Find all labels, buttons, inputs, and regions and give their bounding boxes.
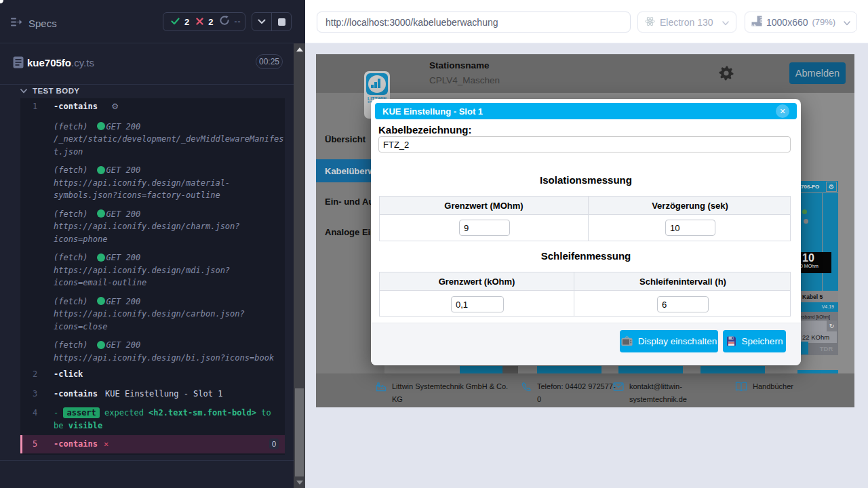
assert-command-row[interactable]: 4- assert expected <h2.text-sm.font-bold… <box>20 403 285 435</box>
measurement-unit: 0 MOhm <box>800 264 831 268</box>
viewport-zoom: (79%) <box>812 17 836 27</box>
email-text: kontakt@littwin-systemtechnik.de <box>629 380 704 406</box>
slot-gear-icon[interactable]: ⚙ <box>826 182 837 192</box>
band-input[interactable] <box>800 321 827 331</box>
fetch-url: https://api.iconify.design/bi.json?icons… <box>54 352 278 365</box>
fetch-url: symbols.json?icons=factory-outline <box>54 189 278 202</box>
cable-name-label: Kabelbezeichnung: <box>378 124 472 136</box>
fetch-label: (fetch) <box>54 209 88 219</box>
viewport-size: 1000x660 <box>766 17 808 28</box>
spec-extension: .cy.ts <box>71 57 94 68</box>
column-header: Grenzwert (MOhm) <box>380 197 588 215</box>
url-input[interactable]: http://localhost:3000/kabelueberwachung <box>317 12 631 33</box>
fetch-label: (fetch) <box>54 297 88 306</box>
phone-text: Telefon: 04402 972577-0 <box>537 380 617 406</box>
logout-button[interactable]: Abmelden <box>789 62 846 84</box>
modal-footer: Display einschalten Speichern <box>371 323 801 365</box>
triangle-down-icon <box>296 481 303 485</box>
scroll-down-button[interactable] <box>294 476 305 488</box>
fetch-log-entry[interactable]: (fetch)GET 200 https://api.iconify.desig… <box>20 339 285 364</box>
fetch-url: icons=close <box>54 321 278 333</box>
stop-icon <box>278 18 285 26</box>
fetch-log-entry[interactable]: (fetch)GET 200 https://api.iconify.desig… <box>20 296 285 333</box>
grenzwert-mohm-input[interactable]: 9 <box>459 220 510 236</box>
close-button[interactable]: ✕ <box>776 104 789 118</box>
fetch-log-entry[interactable]: (fetch)GET 200 https://api.iconify.desig… <box>20 208 285 246</box>
settings-gear-icon[interactable] <box>718 65 734 84</box>
test-stats[interactable]: 2 2 -- <box>163 12 245 31</box>
station-name: CPLV4_Maschen <box>429 75 500 85</box>
aut-toolbar: http://localhost:3000/kabelueberwachung … <box>305 0 868 43</box>
fetch-log-entry[interactable]: (fetch)GET 200 /_next/static/development… <box>20 121 285 159</box>
footer-manuals[interactable]: Handbücher <box>735 380 793 393</box>
collapse-button[interactable] <box>252 13 271 30</box>
isolation-table: Grenzwert (MOhm) Verzögerung (sek) 9 10 <box>379 196 791 241</box>
stop-button[interactable] <box>272 13 291 30</box>
test-body-label: TEST BODY <box>33 87 79 95</box>
spec-row[interactable]: kue705fo.cy.ts 00:25 <box>0 43 294 84</box>
column-header: Grenzwert (kOhm) <box>380 272 574 291</box>
grenzwert-kohm-input[interactable]: 0,1 <box>451 296 504 312</box>
command-row[interactable]: 1-contains ⚙ <box>20 98 285 115</box>
tv-icon <box>621 336 633 346</box>
fetch-log-entry[interactable]: (fetch)GET 200 https://api.iconify.desig… <box>20 164 285 202</box>
schleifen-heading: Schleifenmessung <box>371 250 801 262</box>
fetch-url: https://api.iconify.design/mdi.json? <box>54 264 278 277</box>
fetch-url: https://api.iconify.design/carbon.json? <box>54 308 278 321</box>
spec-timer-badge: 00:25 <box>256 54 283 69</box>
failed-command-row[interactable]: 5-contains✕ 0 <box>20 435 285 453</box>
fetch-method: GET 200 <box>106 122 141 131</box>
tdr-button[interactable]: TDR <box>816 342 837 354</box>
test-body-header[interactable]: TEST BODY <box>20 87 79 95</box>
status-dot-icon <box>97 122 105 130</box>
viewport-select[interactable]: 1000x660 (79%) <box>745 12 857 33</box>
scroll-up-button[interactable] <box>294 43 305 55</box>
match-count-badge: 0 <box>269 439 279 449</box>
fetch-url: https://api.iconify.design/material- <box>54 177 278 190</box>
fetch-label: (fetch) <box>54 165 88 175</box>
app-footer: Littwin Systemtechnik GmbH & Co. KG Tele… <box>316 373 854 407</box>
modal-header: KUE Einstellung - Slot 1 <box>375 103 797 119</box>
station-label: Stationsname <box>429 60 490 70</box>
fetch-method: GET 200 <box>106 340 141 350</box>
fetch-label: (fetch) <box>54 122 88 131</box>
save-label: Speichern <box>742 336 783 346</box>
specs-menu-button[interactable]: Specs <box>11 17 72 29</box>
app-viewport: Stationsname CPLV4_Maschen Abmelden LITT… <box>316 54 854 407</box>
refresh-icon[interactable]: ↻ <box>827 321 837 331</box>
command-row[interactable]: 2-click <box>20 365 285 384</box>
display-on-label: Display einschalten <box>638 336 717 346</box>
command-name: -click <box>54 369 83 379</box>
card-bottom-strip <box>701 366 765 373</box>
footer-company: Littwin Systemtechnik GmbH & Co. KG <box>376 380 513 406</box>
command-log: 1-contains ⚙ (fetch)GET 200 /_next/stati… <box>20 98 285 455</box>
green-status-dot <box>802 209 807 214</box>
reporter-scrollbar[interactable] <box>294 43 305 488</box>
save-button[interactable]: Speichern <box>723 330 786 352</box>
input-value: 0,1 <box>456 300 468 310</box>
status-dot-icon <box>97 209 105 218</box>
passed-count: 2 <box>184 17 189 27</box>
browser-select[interactable]: Electron 130 <box>637 12 736 33</box>
scrollbar-thumb[interactable] <box>295 388 304 476</box>
floppy-icon <box>726 336 736 346</box>
schleifenintervall-input[interactable]: 6 <box>657 296 709 312</box>
factory-icon <box>376 382 387 406</box>
aut-container: Stationsname CPLV4_Maschen Abmelden LITT… <box>305 43 868 488</box>
fetch-method: GET 200 <box>106 165 141 175</box>
verzoegerung-input[interactable]: 10 <box>665 220 715 236</box>
column-header: Verzögerung (sek) <box>589 197 791 215</box>
fetch-log-entry[interactable]: (fetch)GET 200 https://api.iconify.desig… <box>20 251 285 289</box>
cable-label: Kabel 5 <box>797 291 838 302</box>
display-on-button[interactable]: Display einschalten <box>620 330 718 352</box>
command-name: -contains <box>54 389 98 399</box>
phone-icon <box>521 382 532 406</box>
command-row[interactable]: 3-containsKUE Einstellung - Slot 1 <box>20 384 285 404</box>
measurement-value: 10 <box>802 253 831 264</box>
gear-icon: ⚙ <box>111 102 119 111</box>
reporter-header: Specs 2 2 -- <box>0 0 294 43</box>
cable-name-input[interactable]: FTZ_2 <box>378 136 791 152</box>
isolation-heading: Isolationsmessung <box>371 174 801 186</box>
card-bottom-strip <box>618 366 683 373</box>
card-bottom-strip <box>460 366 502 373</box>
